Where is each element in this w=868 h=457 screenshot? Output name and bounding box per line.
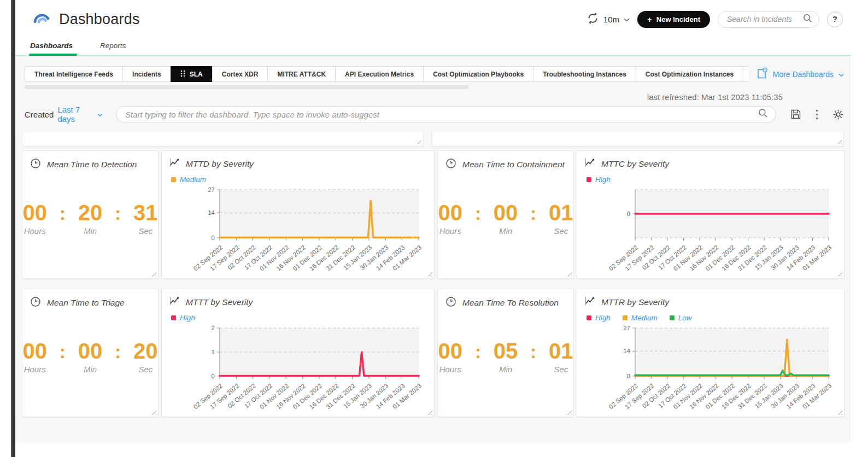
resize-handle[interactable]	[427, 271, 432, 277]
more-dashboards-control[interactable]: More Dashboards	[756, 67, 844, 81]
hours-value: 00	[22, 339, 47, 363]
dashboard-tab-threat-intelligence-feeds[interactable]: Threat Intelligence Feeds	[25, 66, 123, 82]
partial-widget-card	[432, 132, 844, 147]
dashboard-tab-cortex-xdr[interactable]: Cortex XDR	[212, 66, 268, 82]
created-label: Created	[25, 110, 54, 119]
dashboard-tab-troubleshooting-playbooks[interactable]: Troubleshooting Playbo	[743, 66, 749, 82]
help-button[interactable]: ?	[827, 11, 843, 27]
brand: Dashboards	[32, 9, 140, 29]
seconds-label: Sec	[554, 226, 568, 236]
line-chart-icon	[585, 158, 595, 169]
chevron-down-icon	[97, 109, 103, 119]
hours-label: Hours	[24, 365, 46, 374]
search-icon	[803, 14, 812, 25]
clock-icon	[30, 158, 41, 171]
legend-item[interactable]: High	[587, 314, 611, 322]
tab-label: Incidents	[132, 71, 161, 78]
resize-handle[interactable]	[566, 409, 572, 415]
resize-handle[interactable]	[427, 409, 432, 415]
resize-handle[interactable]	[566, 271, 572, 277]
tab-label: SLA	[190, 71, 203, 78]
dashboard-tab-api-execution-metrics[interactable]: API Execution Metrics	[335, 66, 424, 82]
kebab-menu-button[interactable]	[816, 109, 818, 120]
hours-value: 00	[438, 339, 462, 363]
seconds-value: 20	[133, 339, 158, 363]
resize-handle[interactable]	[837, 409, 842, 415]
svg-text:0: 0	[212, 235, 215, 241]
resize-handle[interactable]	[416, 139, 421, 144]
partial-widgets-row	[22, 132, 844, 147]
seconds-value: 31	[133, 201, 158, 225]
dashboard-tab-incidents[interactable]: Incidents	[122, 66, 171, 82]
legend-label: Medium	[631, 314, 658, 322]
colon-separator: :	[530, 201, 536, 236]
save-dashboard-button[interactable]	[790, 109, 801, 120]
chart-legend: High	[171, 313, 426, 323]
widget-title: MTTR by Severity	[601, 297, 669, 307]
resize-handle[interactable]	[151, 409, 156, 415]
mttr-timer: 00Hours : 05Min : 01Sec	[445, 339, 566, 374]
dashboard-tab-mitre-attack[interactable]: MITRE ATT&CK	[267, 66, 336, 82]
legend-swatch	[587, 315, 591, 320]
legend-label: Low	[678, 314, 692, 322]
seconds-label: Sec	[138, 226, 153, 236]
widget-title: MTTD by Severity	[186, 159, 254, 169]
line-chart-icon	[585, 296, 595, 308]
dashboard-tab-troubleshooting-instances[interactable]: Troubleshooting Instances	[533, 66, 636, 82]
minutes-label: Min	[84, 365, 97, 374]
mttr-chart-plot: 0142702 Sep 202217 Sep 202202 Oct 202217…	[585, 324, 836, 417]
legend-item[interactable]: Medium	[623, 314, 658, 322]
top-header: Dashboards 10m + New Inc	[15, 0, 851, 38]
resize-handle[interactable]	[837, 271, 842, 277]
legend-swatch	[171, 315, 176, 320]
legend-item[interactable]: High	[587, 175, 611, 184]
legend-swatch	[171, 177, 176, 182]
clock-icon	[445, 296, 456, 309]
app-logo-icon	[32, 9, 51, 29]
dashboard-filter-input[interactable]	[125, 110, 758, 119]
mttd-timer: 00Hours : 20Min : 31Sec	[30, 201, 150, 236]
created-filter[interactable]: Created Last 7 days	[25, 105, 103, 124]
dashboard-tab-sla[interactable]: SLA	[171, 66, 213, 82]
more-dashboards-label: More Dashboards	[773, 70, 834, 79]
mttd-by-severity-card: MTTD by Severity Medium 0142702 Sep 2022…	[161, 150, 435, 279]
widget-title: Mean Time to Triage	[47, 298, 125, 308]
legend-item[interactable]: Medium	[171, 175, 206, 184]
line-chart-icon	[169, 158, 180, 169]
legend-item[interactable]: Low	[670, 314, 692, 322]
refresh-icon	[587, 12, 599, 27]
new-dashboard-icon	[756, 67, 768, 81]
svg-text:27: 27	[208, 186, 215, 193]
settings-gear-button[interactable]	[832, 109, 844, 120]
plus-icon: +	[647, 15, 652, 24]
clock-icon	[30, 296, 41, 309]
dashboard-tab-cost-optimization-playbooks[interactable]: Cost Optimization Playbooks	[423, 66, 533, 82]
legend-item[interactable]: High	[171, 314, 195, 322]
resize-handle[interactable]	[836, 139, 842, 144]
incident-search-input[interactable]	[727, 15, 803, 24]
svg-text:14: 14	[623, 348, 630, 354]
tab-label: Cost Optimization Playbooks	[433, 71, 524, 78]
tab-reports[interactable]: Reports	[100, 42, 126, 50]
dashboard-tab-cost-optimization-instances[interactable]: Cost Optimization Instances	[636, 66, 743, 82]
legend-label: High	[595, 175, 611, 184]
minutes-value: 20	[78, 201, 103, 225]
colon-separator: :	[475, 339, 481, 374]
resize-handle[interactable]	[151, 271, 156, 277]
mean-time-to-triage-card: Mean Time to Triage 00Hours : 00Min : 20…	[22, 289, 159, 417]
svg-text:0: 0	[212, 373, 215, 379]
mean-time-to-containment-card: Mean Time to Containment 00Hours : 00Min…	[437, 150, 574, 279]
minutes-label: Min	[499, 365, 512, 374]
tab-dashboards[interactable]: Dashboards	[30, 42, 73, 50]
auto-refresh-control[interactable]: 10m	[587, 12, 630, 27]
refresh-interval-value: 10m	[603, 15, 619, 24]
mttt-chart-plot: 01202 Sep 202217 Sep 202202 Oct 202217 O…	[169, 324, 426, 417]
mean-time-to-detection-card: Mean Time to Detection 00Hours : 20Min :…	[22, 150, 159, 279]
incident-search	[718, 11, 819, 28]
minutes-value: 05	[494, 339, 518, 363]
legend-label: Medium	[180, 175, 206, 184]
clock-icon	[445, 158, 456, 171]
tabs-scrollbar-thumb[interactable]	[25, 85, 468, 89]
chart-legend: Medium	[171, 174, 426, 184]
new-incident-button[interactable]: + New Incident	[637, 11, 710, 28]
